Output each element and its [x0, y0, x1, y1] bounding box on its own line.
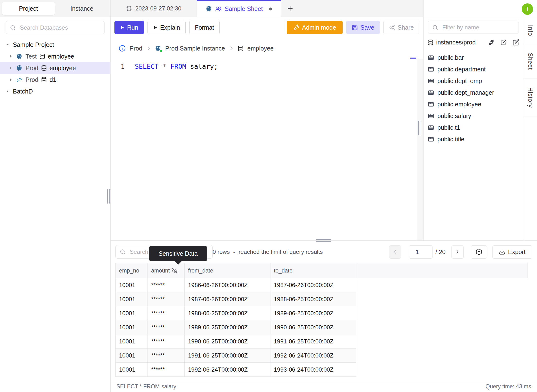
caret-right-icon[interactable]: [5, 89, 10, 94]
cell-masked[interactable]: ******: [148, 349, 185, 362]
table-row[interactable]: 10001******1992-06-24T00:00:00Z1993-06-2…: [115, 363, 356, 377]
table-row[interactable]: 10001******1988-06-25T00:00:00Z1989-06-2…: [115, 306, 356, 320]
prev-page-button[interactable]: [389, 245, 401, 259]
cell[interactable]: 1992-06-24T00:00:00Z: [185, 363, 270, 376]
table-row[interactable]: 10001******1990-06-25T00:00:00Z1991-06-2…: [115, 334, 356, 349]
tree-item-test-employee[interactable]: Test employee: [0, 51, 110, 62]
cell[interactable]: 1988-06-25T00:00:00Z: [185, 306, 270, 320]
cell-masked[interactable]: ******: [148, 320, 185, 334]
save-button[interactable]: Save: [346, 21, 380, 34]
tab-draft-sheet[interactable]: 2023-09-27 02:30: [111, 0, 197, 17]
column-header-from-date[interactable]: from_date: [185, 263, 270, 278]
explain-button[interactable]: Explain: [147, 21, 186, 34]
caret-right-icon[interactable]: [8, 77, 14, 82]
tab-sheet[interactable]: Sheet: [523, 44, 537, 78]
tab-instance[interactable]: Instance: [55, 2, 108, 15]
table-list-item[interactable]: public.employee: [424, 98, 523, 110]
cell-masked[interactable]: ******: [148, 278, 185, 292]
export-button[interactable]: Export: [492, 245, 532, 259]
admin-mode-label: Admin mode: [302, 24, 336, 31]
sql-keyword: SELECT: [135, 63, 159, 70]
cell[interactable]: 1989-06-25T00:00:00Z: [185, 320, 270, 334]
table-list-item[interactable]: public.t1: [424, 122, 523, 133]
page-number-input[interactable]: [409, 245, 433, 259]
table-row[interactable]: 10001******1989-06-25T00:00:00Z1990-06-2…: [115, 320, 356, 334]
table-list-item[interactable]: public.dept_manager: [424, 87, 523, 98]
cell-masked[interactable]: ******: [148, 363, 185, 376]
cell[interactable]: 10001: [116, 292, 148, 306]
table-row[interactable]: 10001******1991-06-25T00:00:00Z1992-06-2…: [115, 349, 356, 363]
cell-masked[interactable]: ******: [148, 306, 185, 320]
tree-item-batchd[interactable]: BatchD: [0, 85, 110, 97]
table-list-item[interactable]: public.department: [424, 63, 523, 75]
column-header-emp-no[interactable]: emp_no: [116, 263, 148, 278]
cell[interactable]: 10001: [116, 334, 148, 348]
share-label: Share: [398, 24, 414, 31]
cell[interactable]: 10001: [116, 306, 148, 320]
user-avatar[interactable]: T: [522, 3, 533, 15]
box-icon-button[interactable]: [471, 245, 487, 259]
cell[interactable]: 1990-06-25T00:00:00Z: [185, 334, 270, 348]
cell[interactable]: 1988-06-25T00:00:00Z: [270, 292, 356, 306]
sql-identifier: salary;: [190, 63, 218, 70]
cell[interactable]: 1991-06-25T00:00:00Z: [185, 349, 270, 362]
cell[interactable]: 1990-06-25T00:00:00Z: [270, 320, 356, 334]
tree-item-prod-employee[interactable]: Prod employee: [0, 62, 110, 74]
breadcrumb-environment[interactable]: Prod: [130, 45, 142, 52]
table-list-item[interactable]: public.title: [424, 133, 523, 145]
breadcrumb-instance[interactable]: Prod Sample Instance: [165, 45, 225, 52]
project-label: Sample Project: [13, 41, 54, 48]
cell[interactable]: 1992-06-24T00:00:00Z: [270, 349, 356, 362]
cell[interactable]: 10001: [116, 278, 148, 292]
cell[interactable]: 10001: [116, 363, 148, 376]
cell-masked[interactable]: ******: [148, 292, 185, 306]
caret-right-icon[interactable]: [8, 54, 14, 59]
editor-scrollbar-gutter[interactable]: [417, 59, 423, 240]
caret-right-icon[interactable]: [8, 66, 14, 70]
breadcrumb-database[interactable]: employee: [247, 45, 274, 52]
table-list-item[interactable]: public.bar: [424, 52, 523, 63]
cell[interactable]: 10001: [116, 349, 148, 362]
tree-item-sample-project[interactable]: Sample Project: [0, 39, 110, 51]
tab-sample-sheet[interactable]: Sample Sheet: [197, 0, 281, 17]
admin-mode-button[interactable]: Admin mode: [287, 21, 343, 34]
tab-history[interactable]: History: [523, 78, 537, 117]
share-button[interactable]: Share: [383, 21, 419, 34]
caret-down-icon[interactable]: [5, 42, 10, 47]
sidebar-resize-handle[interactable]: [107, 189, 110, 204]
table-row[interactable]: 10001******1986-06-26T00:00:00Z1987-06-2…: [115, 278, 356, 292]
cell[interactable]: 1989-06-25T00:00:00Z: [270, 306, 356, 320]
info-icon[interactable]: [119, 45, 126, 52]
tab-project[interactable]: Project: [2, 2, 55, 15]
tree-item-prod-d1[interactable]: Prod d1: [0, 74, 110, 85]
cell-masked[interactable]: ******: [148, 334, 185, 348]
table-icon: [428, 54, 434, 61]
column-header-amount[interactable]: amount: [148, 263, 185, 278]
table-list-item[interactable]: public.salary: [424, 110, 523, 122]
format-button[interactable]: Format: [189, 21, 220, 34]
database-search-input[interactable]: [6, 21, 105, 34]
schema-panel-resize-handle[interactable]: [418, 121, 420, 135]
cell[interactable]: 1987-06-26T00:00:00Z: [185, 292, 270, 306]
postgresql-icon: [16, 65, 23, 71]
table-filter-input[interactable]: [428, 21, 519, 34]
cell[interactable]: 1987-06-26T00:00:00Z: [270, 278, 356, 292]
column-header-to-date[interactable]: to_date: [270, 263, 356, 278]
table-row[interactable]: 10001******1987-06-26T00:00:00Z1988-06-2…: [115, 292, 356, 306]
schema-diagram-icon[interactable]: [488, 39, 494, 46]
format-label: Format: [195, 24, 214, 31]
table-list-item[interactable]: public.dept_emp: [424, 75, 523, 87]
cell[interactable]: 10001: [116, 320, 148, 334]
add-tab-button[interactable]: [281, 0, 299, 17]
cell[interactable]: 1986-06-26T00:00:00Z: [185, 278, 270, 292]
tab-info[interactable]: Info: [523, 17, 537, 44]
eye-off-icon[interactable]: [172, 268, 177, 273]
sql-editor[interactable]: 1 SELECT * FROM salary;: [111, 59, 423, 240]
cell[interactable]: 1991-06-25T00:00:00Z: [270, 334, 356, 348]
chevron-right-icon: [146, 46, 151, 51]
edit-sheet-icon[interactable]: [513, 39, 519, 46]
cell[interactable]: 1993-06-24T00:00:00Z: [270, 363, 356, 376]
run-button[interactable]: Run: [114, 21, 144, 34]
external-link-icon[interactable]: [500, 39, 507, 46]
next-page-button[interactable]: [451, 245, 464, 259]
